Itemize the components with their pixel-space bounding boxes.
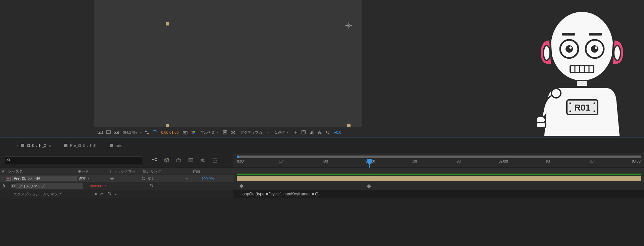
svg-point-26 [570, 103, 571, 104]
svg-point-28 [570, 111, 571, 112]
svg-rect-41 [145, 131, 146, 132]
layer-duration-bar[interactable] [237, 176, 641, 181]
expression-label[interactable]: エクスプレッシ…ムリマップ [0, 192, 78, 197]
search-input[interactable] [5, 156, 142, 164]
pickwhip-icon[interactable] [149, 184, 153, 188]
tick-label: 20f [457, 160, 461, 163]
svg-point-98 [109, 193, 110, 194]
close-icon[interactable]: × [16, 143, 18, 147]
col-number[interactable]: # [0, 169, 6, 173]
svg-point-97 [108, 192, 111, 195]
property-name[interactable]: タイムリマップ [16, 183, 83, 189]
draft3d-icon[interactable] [164, 157, 170, 163]
magnify-ratio-icon[interactable] [97, 129, 103, 135]
pickwhip-icon[interactable] [110, 176, 114, 181]
transparency-grid-icon[interactable] [230, 129, 236, 135]
timeline-ruler[interactable]: 0:00f 10f 20f 01:00f 10f 20f 02:00f 10f … [233, 153, 644, 167]
work-area-bar[interactable] [237, 156, 641, 158]
current-timecode[interactable]: 0;00;01;00 [160, 130, 180, 134]
svg-point-90 [142, 177, 145, 180]
svg-point-77 [168, 158, 169, 159]
svg-rect-60 [310, 133, 311, 134]
transform-handle-bottom-right[interactable] [347, 124, 351, 127]
layer-1-track[interactable]: C [233, 175, 644, 182]
tab-label: mix [116, 143, 121, 147]
frame-blend-icon[interactable] [188, 157, 194, 163]
tab-mix[interactable]: mix [110, 143, 121, 147]
expression-graph-icon[interactable] [100, 192, 104, 196]
col-mode[interactable]: モード [78, 169, 108, 174]
view-layout-dropdown[interactable]: 1 画面▾ [273, 129, 290, 136]
channel-icon[interactable] [190, 129, 196, 135]
robot-character: R01 [500, 6, 644, 137]
tab-robot-2[interactable]: × ロボット_2 ≡ [16, 143, 51, 148]
roi-icon[interactable] [222, 129, 228, 135]
tab-pre-robot-arm[interactable]: Pre_ロボット腕 [64, 143, 96, 148]
resolution-toggle-icon[interactable] [144, 129, 150, 135]
svg-point-46 [191, 131, 193, 133]
svg-rect-65 [320, 133, 322, 134]
vr-icon[interactable] [113, 129, 119, 135]
layer-row-1[interactable]: 1 Pre_ロボット腕 通常▾ なし ▾ 100.0% [0, 175, 233, 182]
svg-rect-24 [576, 80, 588, 86]
property-value[interactable]: 0;00;00;29 [83, 184, 107, 188]
comp-swatch [64, 144, 67, 147]
svg-point-1 [348, 25, 350, 26]
stopwatch-icon[interactable] [1, 184, 5, 188]
keyframe-diamond[interactable] [239, 184, 244, 188]
blend-mode-dropdown[interactable]: 通常▾ [76, 176, 107, 181]
col-source-name[interactable]: ソース名 [6, 169, 78, 174]
comp-swatch [21, 144, 24, 147]
transform-handle-bottom-left[interactable] [166, 124, 169, 127]
shy-icon[interactable] [176, 157, 182, 163]
svg-point-70 [8, 159, 10, 161]
layer-name[interactable]: Pre_ロボット腕 [12, 176, 76, 181]
monitor-icon[interactable] [105, 129, 111, 135]
snapshot-icon[interactable] [182, 129, 188, 135]
keyframe-nav[interactable] [11, 184, 16, 188]
time-remap-track[interactable] [233, 182, 644, 190]
tab-menu-icon[interactable]: ≡ [49, 143, 51, 147]
camera-dropdown[interactable]: アクティブカ…▾ [238, 129, 271, 136]
col-stretch[interactable]: 伸縮 [193, 169, 219, 174]
playhead[interactable] [367, 159, 372, 164]
motion-blur-icon[interactable] [200, 157, 206, 163]
svg-rect-42 [147, 133, 148, 134]
expression-language-icon[interactable]: ▸ [115, 192, 117, 196]
svg-point-6 [550, 11, 614, 81]
stretch-value[interactable]: 100.0% [191, 177, 218, 181]
expression-enable-icon[interactable]: = [95, 192, 97, 196]
keyframe-diamond[interactable] [367, 184, 371, 188]
proportional-grid-icon[interactable] [301, 129, 307, 135]
zoom-level[interactable]: (84.1 %) [121, 130, 138, 134]
svg-rect-55 [233, 133, 235, 134]
guides-icon[interactable] [292, 129, 299, 135]
svg-rect-53 [232, 132, 234, 133]
svg-point-48 [192, 132, 194, 134]
tick-label: 10f [279, 160, 283, 163]
col-t[interactable]: T [108, 169, 113, 173]
svg-point-92 [2, 185, 5, 187]
work-area-start-handle[interactable] [237, 156, 239, 158]
resolution-dropdown[interactable]: フル画質▾ [198, 129, 220, 136]
chart-icon[interactable] [309, 129, 315, 135]
refresh-icon[interactable] [325, 129, 331, 135]
parent-dropdown[interactable]: なし ▾ [142, 176, 191, 181]
col-track-matte[interactable]: トラックマット [113, 169, 143, 174]
anchor-point-icon[interactable] [345, 22, 352, 29]
expression-field[interactable]: loopOut(type = "cycle", numKeyframes = 0… [233, 190, 644, 198]
graph-editor-icon[interactable] [212, 157, 218, 163]
col-parent-link[interactable]: 親とリンク [143, 169, 193, 174]
comp-mini-flowchart-icon[interactable] [152, 157, 158, 163]
chevron-down-icon[interactable]: ▾ [140, 131, 142, 134]
panel-divider[interactable] [0, 137, 644, 137]
hierarchy-icon[interactable] [317, 129, 323, 135]
svg-point-47 [193, 131, 195, 133]
mask-path-icon[interactable] [152, 129, 158, 135]
svg-rect-12 [589, 33, 602, 36]
exposure-value[interactable]: +0.0 [333, 130, 343, 134]
composition-canvas[interactable] [94, 0, 362, 127]
transform-handle-top[interactable] [166, 22, 169, 25]
pickwhip-icon[interactable] [142, 176, 146, 181]
expression-pickwhip-icon[interactable] [107, 192, 111, 196]
